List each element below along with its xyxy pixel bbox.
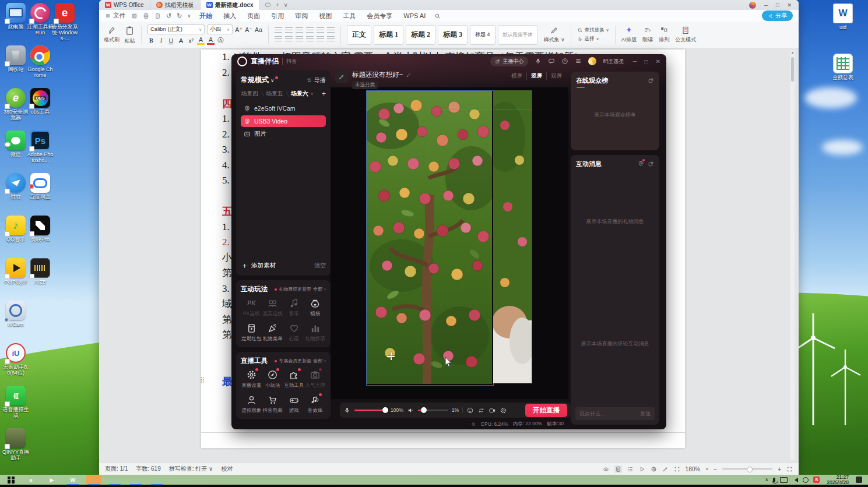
taskbar-app[interactable]: W: [65, 475, 80, 485]
speaker-icon[interactable]: [407, 407, 414, 414]
tray-mic-icon[interactable]: [773, 478, 775, 482]
mirror-flip-icon[interactable]: [477, 407, 485, 414]
notification-center-icon[interactable]: [856, 477, 862, 483]
camera-icon[interactable]: [489, 407, 496, 414]
show-marks-button[interactable]: [327, 27, 335, 34]
ribbon-tab[interactable]: 引用: [270, 10, 284, 22]
desktop-icon[interactable]: QINYY直播助手: [2, 428, 29, 461]
taskbar-app[interactable]: [107, 475, 122, 485]
font-decrease-button[interactable]: A⁻: [245, 26, 252, 33]
select-button[interactable]: 选择∨: [577, 36, 609, 43]
taskbar-clock[interactable]: 21:27 2025/4/28: [824, 475, 851, 485]
change-case-button[interactable]: Aa: [255, 26, 262, 33]
director-button[interactable]: 导播: [306, 76, 326, 84]
desktop-icon[interactable]: 江湖工具箱 Run: [27, 3, 54, 36]
desktop-icon[interactable]: 此电脑: [2, 3, 29, 30]
style-set-button[interactable]: 样式集 ∨: [544, 26, 565, 44]
desktop-icon[interactable]: Google Chrome: [27, 45, 54, 78]
number-list-button[interactable]: [285, 27, 293, 34]
interact-feature[interactable]: PK连线: [241, 298, 262, 317]
zoom-glass-icon[interactable]: [471, 422, 476, 427]
tray-expand-icon[interactable]: ∧: [765, 477, 768, 482]
preview-icon[interactable]: [154, 13, 161, 19]
font-increase-button[interactable]: A⁺: [235, 26, 243, 33]
wps-doc-tab[interactable]: D 找稻壳模板: [150, 0, 201, 10]
orientation-option[interactable]: 横屏: [507, 72, 526, 80]
desktop-icon[interactable]: 钉钉: [2, 173, 29, 200]
file-menu[interactable]: 文件: [99, 12, 131, 20]
clear-button[interactable]: 清空: [314, 262, 326, 270]
desktop-icon[interactable]: 百度网盘: [27, 173, 54, 200]
desktop-icon[interactable]: 剪映Pro: [27, 216, 54, 242]
desktop-icon[interactable]: 金额总表: [830, 54, 856, 80]
desktop-icon[interactable]: OBS obs工具: [27, 88, 54, 115]
mode-select[interactable]: 常规模式 ∨: [241, 75, 274, 85]
ribbon-tab[interactable]: 视图: [318, 10, 332, 22]
style-option[interactable]: 标题 4: [470, 25, 496, 45]
edit-icon[interactable]: [406, 72, 412, 78]
wps-close-button[interactable]: ✕: [787, 2, 792, 8]
comment-input[interactable]: 说点什么... 发送: [575, 407, 655, 420]
ai-layout-button[interactable]: AI排版: [621, 26, 637, 44]
indent-increase-button[interactable]: [306, 27, 314, 34]
desktop-icon[interactable]: 回收站: [2, 45, 29, 72]
zoom-in-button[interactable]: +: [778, 466, 781, 472]
scene-tab[interactable]: 场景五: [259, 90, 283, 98]
ribbon-tab[interactable]: 页面: [247, 10, 261, 22]
popout-icon[interactable]: [648, 161, 654, 167]
tray-settings-icon[interactable]: [803, 477, 809, 483]
desktop-icon[interactable]: ♪ QQ音乐: [2, 216, 29, 242]
bold-button[interactable]: B: [147, 37, 155, 44]
document-scrollbar[interactable]: ▲: [790, 50, 795, 460]
interact-feature[interactable]: 心愿: [283, 323, 305, 343]
paste-button[interactable]: 粘贴: [124, 25, 135, 45]
viewers-tab[interactable]: 在线观众榜: [576, 76, 608, 85]
desktop-icon[interactable]: Ps Adobe Photosho...: [27, 130, 54, 163]
desktop-icon[interactable]: iVCam: [2, 301, 29, 327]
desktop-icon[interactable]: PotPlayer: [2, 258, 29, 285]
tray-ime-icon[interactable]: S: [813, 477, 820, 483]
add-scene-button[interactable]: +: [322, 90, 326, 98]
ribbon-tab[interactable]: WPS AI: [403, 11, 426, 20]
menu-icon[interactable]: [575, 58, 582, 65]
interact-feature[interactable]: 嘉宾连线: [262, 298, 284, 317]
tool-feature[interactable]: 人气王牌: [305, 369, 326, 389]
interact-feature[interactable]: 礼物投票: [305, 323, 326, 343]
desktop-icon[interactable]: ((( 语音播报生成: [2, 386, 29, 418]
taskbar-app[interactable]: [86, 475, 101, 485]
arrange-button[interactable]: 排列: [659, 26, 669, 44]
eye-icon[interactable]: [603, 466, 609, 472]
share-button[interactable]: 分享: [762, 10, 793, 21]
sort-button[interactable]: [317, 27, 324, 34]
source-item[interactable]: 图片: [241, 128, 326, 140]
interact-feature[interactable]: 福袋: [305, 298, 326, 317]
wps-doc-tab[interactable]: W WPS Office: [99, 0, 150, 10]
ribbon-tab[interactable]: 工具: [342, 10, 356, 22]
scene-tab[interactable]: 场景六: [284, 90, 308, 98]
start-button[interactable]: [2, 475, 20, 485]
tool-feature[interactable]: 音效库: [305, 394, 326, 414]
outline-view-icon[interactable]: [627, 466, 634, 472]
sticker-icon[interactable]: [466, 407, 474, 414]
zoom-chevron-icon[interactable]: ∨: [705, 467, 708, 471]
character-border-button[interactable]: Ⓐ: [217, 37, 224, 45]
speaker-volume-slider[interactable]: [418, 410, 448, 411]
print-icon[interactable]: [143, 13, 149, 19]
scrollbar-thumb[interactable]: [791, 57, 794, 82]
style-option[interactable]: 标题 3: [438, 25, 468, 45]
ribbon-tab[interactable]: 审阅: [294, 10, 308, 22]
desktop-icon[interactable]: AIZB: [27, 258, 54, 285]
highlight-color-button[interactable]: A: [197, 36, 205, 45]
tool-feature[interactable]: 游戏: [283, 394, 305, 414]
tool-feature[interactable]: 互动工具: [283, 369, 305, 389]
desktop-icon[interactable]: e 会员分发系统-Windows-...: [51, 3, 78, 41]
scene-chevron-icon[interactable]: ∨: [311, 91, 314, 96]
font-color-button[interactable]: A: [207, 36, 215, 45]
preview-stage[interactable]: [331, 87, 568, 399]
orientation-option[interactable]: 双屏: [546, 72, 566, 80]
ribbon-tab[interactable]: 插入: [223, 10, 237, 22]
taskbar-app[interactable]: e: [23, 475, 38, 485]
strikethrough-button[interactable]: A: [177, 37, 185, 44]
taskbar-app[interactable]: [149, 475, 164, 485]
tools-all-link[interactable]: 全部: [313, 358, 322, 364]
